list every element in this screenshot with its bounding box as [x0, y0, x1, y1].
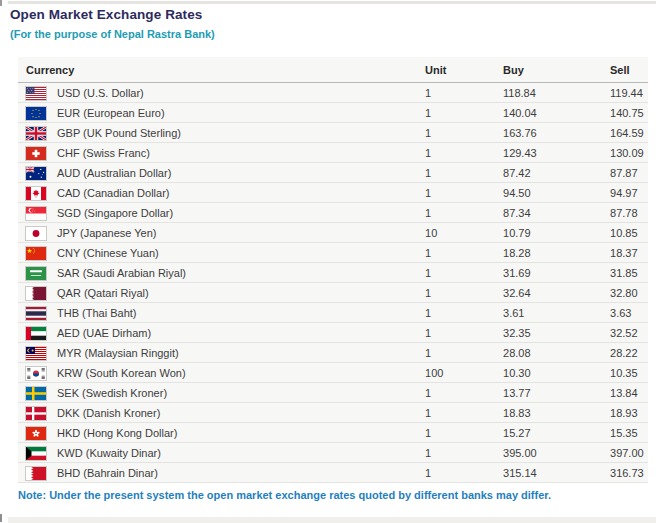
flag-jpy-icon — [26, 227, 46, 240]
currency-label: THB (Thai Baht) — [57, 303, 425, 323]
table-row: AUD (Australian Dollar) 1 87.42 87.87 — [18, 163, 648, 183]
sell-value: 119.44 — [610, 83, 648, 103]
flag-hkd-icon — [26, 427, 46, 440]
buy-value: 28.08 — [503, 343, 610, 363]
currency-label: SEK (Swedish Kroner) — [57, 383, 425, 403]
buy-value: 163.76 — [503, 123, 610, 143]
column-header-currency: Currency — [18, 57, 425, 83]
sell-value: 164.59 — [610, 123, 648, 143]
table-row: MYR (Malaysian Ringgit) 1 28.08 28.22 — [18, 343, 648, 363]
unit-value: 1 — [425, 123, 503, 143]
flag-sek-icon — [26, 387, 46, 400]
currency-label: GBP (UK Pound Sterling) — [57, 123, 425, 143]
buy-value: 10.79 — [503, 223, 610, 243]
unit-value: 1 — [425, 83, 503, 103]
table-row: JPY (Japanese Yen) 10 10.79 10.85 — [18, 223, 648, 243]
currency-label: CHF (Swiss Franc) — [57, 143, 425, 163]
sell-value: 397.00 — [610, 443, 648, 463]
flag-bhd-icon — [26, 467, 46, 480]
flag-usd-icon — [26, 87, 46, 100]
unit-value: 10 — [425, 223, 503, 243]
unit-value: 1 — [425, 163, 503, 183]
sell-value: 87.78 — [610, 203, 648, 223]
column-header-sell: Sell — [610, 57, 648, 83]
currency-label: KWD (Kuwaity Dinar) — [57, 443, 425, 463]
buy-value: 3.61 — [503, 303, 610, 323]
currency-label: USD (U.S. Dollar) — [57, 83, 425, 103]
buy-value: 129.43 — [503, 143, 610, 163]
table-row: USD (U.S. Dollar) 1 118.84 119.44 — [18, 83, 648, 103]
flag-aed-icon — [26, 327, 46, 340]
buy-value: 18.28 — [503, 243, 610, 263]
flag-krw-icon — [26, 367, 46, 380]
unit-value: 1 — [425, 143, 503, 163]
currency-label: JPY (Japanese Yen) — [57, 223, 425, 243]
flag-chf-icon — [26, 147, 46, 160]
buy-value: 18.83 — [503, 403, 610, 423]
flag-sgd-icon — [26, 207, 46, 220]
sell-value: 130.09 — [610, 143, 648, 163]
buy-value: 140.04 — [503, 103, 610, 123]
currency-label: CNY (Chinese Yuan) — [57, 243, 425, 263]
buy-value: 87.42 — [503, 163, 610, 183]
column-header-buy: Buy — [503, 57, 610, 83]
currency-label: SGD (Singapore Dollar) — [57, 203, 425, 223]
buy-value: 395.00 — [503, 443, 610, 463]
flag-cny-icon — [26, 247, 46, 260]
table-row: KRW (South Korean Won) 100 10.30 10.35 — [18, 363, 648, 383]
flag-thb-icon — [26, 307, 46, 320]
table-row: QAR (Qatari Riyal) 1 32.64 32.80 — [18, 283, 648, 303]
currency-label: CAD (Canadian Dollar) — [57, 183, 425, 203]
flag-gbp-icon — [26, 127, 46, 140]
buy-value: 118.84 — [503, 83, 610, 103]
sell-value: 15.35 — [610, 423, 648, 443]
flag-eur-icon — [26, 107, 46, 120]
flag-kwd-icon — [26, 447, 46, 460]
window-edge-top — [0, 0, 2, 6]
buy-value: 10.30 — [503, 363, 610, 383]
unit-value: 100 — [425, 363, 503, 383]
sell-value: 28.22 — [610, 343, 648, 363]
table-row: BHD (Bahrain Dinar) 1 315.14 316.73 — [18, 463, 648, 483]
sell-value: 31.85 — [610, 263, 648, 283]
unit-value: 1 — [425, 403, 503, 423]
table-row: AED (UAE Dirham) 1 32.35 32.52 — [18, 323, 648, 343]
window-edge-bottom — [0, 514, 2, 522]
flag-myr-icon — [26, 347, 46, 360]
rates-tbody: USD (U.S. Dollar) 1 118.84 119.44 EUR (E… — [18, 83, 648, 483]
currency-label: DKK (Danish Kroner) — [57, 403, 425, 423]
flag-aud-icon — [26, 167, 46, 180]
sell-value: 140.75 — [610, 103, 648, 123]
unit-value: 1 — [425, 343, 503, 363]
currency-label: MYR (Malaysian Ringgit) — [57, 343, 425, 363]
currency-label: AUD (Australian Dollar) — [57, 163, 425, 183]
flag-dkk-icon — [26, 407, 46, 420]
flag-cad-icon — [26, 187, 46, 200]
currency-label: QAR (Qatari Riyal) — [57, 283, 425, 303]
buy-value: 87.34 — [503, 203, 610, 223]
unit-value: 1 — [425, 463, 503, 483]
buy-value: 32.35 — [503, 323, 610, 343]
unit-value: 1 — [425, 383, 503, 403]
table-row: EUR (European Euro) 1 140.04 140.75 — [18, 103, 648, 123]
buy-value: 315.14 — [503, 463, 610, 483]
buy-value: 94.50 — [503, 183, 610, 203]
currency-label: SAR (Saudi Arabian Riyal) — [57, 263, 425, 283]
table-row: THB (Thai Baht) 1 3.61 3.63 — [18, 303, 648, 323]
sell-value: 18.93 — [610, 403, 648, 423]
sell-value: 13.84 — [610, 383, 648, 403]
top-divider — [8, 1, 656, 4]
note-text: Note: Under the present system the open … — [18, 489, 648, 501]
sell-value: 10.35 — [610, 363, 648, 383]
table-header-row: Currency Unit Buy Sell — [18, 57, 648, 83]
sell-value: 316.73 — [610, 463, 648, 483]
currency-label: HKD (Hong Kong Dollar) — [57, 423, 425, 443]
sell-value: 3.63 — [610, 303, 648, 323]
currency-label: AED (UAE Dirham) — [57, 323, 425, 343]
unit-value: 1 — [425, 183, 503, 203]
flag-sar-icon — [26, 267, 46, 280]
table-row: CHF (Swiss Franc) 1 129.43 130.09 — [18, 143, 648, 163]
flag-qar-icon — [26, 287, 46, 300]
table-row: SEK (Swedish Kroner) 1 13.77 13.84 — [18, 383, 648, 403]
sell-value: 18.37 — [610, 243, 648, 263]
